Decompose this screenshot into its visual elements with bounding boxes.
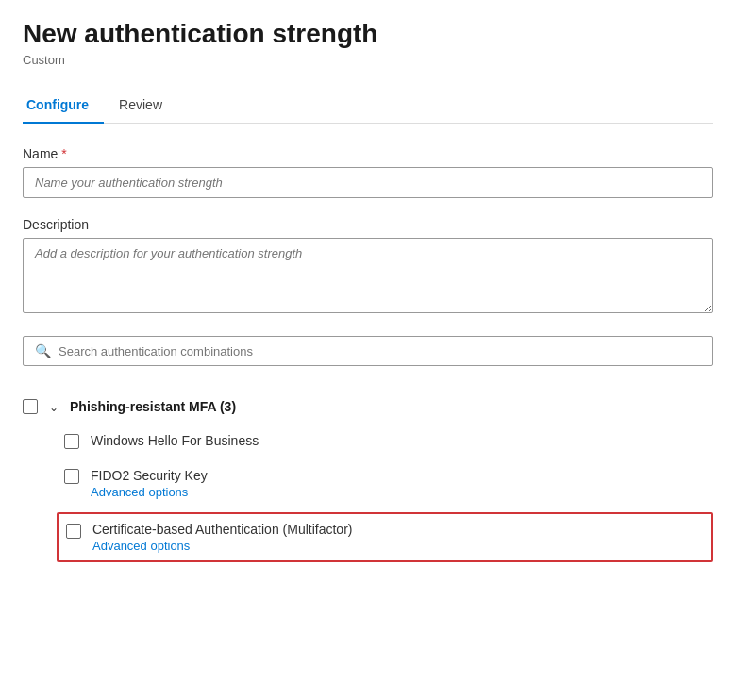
tab-review[interactable]: Review bbox=[115, 90, 177, 124]
tab-configure[interactable]: Configure bbox=[23, 90, 104, 124]
fido2-label: FIDO2 Security Key bbox=[91, 468, 208, 483]
description-label: Description bbox=[23, 217, 713, 232]
fido2-advanced-options-link[interactable]: Advanced options bbox=[91, 485, 208, 499]
cba-multi-checkbox[interactable] bbox=[66, 524, 81, 539]
cba-multi-content: Certificate-based Authentication (Multif… bbox=[92, 522, 352, 553]
cba-multi-item: Certificate-based Authentication (Multif… bbox=[57, 512, 713, 562]
page-subtitle: Custom bbox=[23, 53, 713, 67]
phishing-resistant-group-label: Phishing-resistant MFA (3) bbox=[70, 399, 236, 414]
required-indicator: * bbox=[61, 146, 66, 161]
search-container: 🔍 bbox=[23, 336, 713, 366]
description-field-group: Description bbox=[23, 217, 713, 317]
cba-multi-item-row: Certificate-based Authentication (Multif… bbox=[64, 508, 713, 562]
cba-multi-label: Certificate-based Authentication (Multif… bbox=[92, 522, 352, 537]
fido2-checkbox[interactable] bbox=[64, 469, 79, 484]
search-icon: 🔍 bbox=[35, 343, 51, 358]
name-input[interactable] bbox=[23, 167, 713, 198]
phishing-resistant-checkbox[interactable] bbox=[23, 399, 38, 414]
name-field-group: Name * bbox=[23, 146, 713, 198]
combinations-list: ⌄ Phishing-resistant MFA (3) Windows Hel… bbox=[23, 389, 713, 562]
fido2-content: FIDO2 Security Key Advanced options bbox=[91, 468, 208, 499]
whfb-content: Windows Hello For Business bbox=[91, 433, 259, 448]
tab-bar: Configure Review bbox=[23, 90, 713, 124]
whfb-item: Windows Hello For Business bbox=[64, 424, 713, 458]
fido2-item-row: FIDO2 Security Key Advanced options bbox=[64, 458, 713, 508]
cba-multi-advanced-options-link[interactable]: Advanced options bbox=[92, 539, 352, 553]
whfb-checkbox[interactable] bbox=[64, 434, 79, 449]
name-label: Name * bbox=[23, 146, 713, 161]
description-input[interactable] bbox=[23, 238, 713, 313]
whfb-item-row: Windows Hello For Business bbox=[64, 424, 713, 458]
fido2-item: FIDO2 Security Key Advanced options bbox=[64, 458, 713, 508]
chevron-down-icon[interactable]: ⌄ bbox=[49, 401, 59, 414]
page-title: New authentication strength bbox=[23, 19, 713, 49]
phishing-resistant-group-header[interactable]: ⌄ Phishing-resistant MFA (3) bbox=[23, 389, 713, 424]
whfb-label: Windows Hello For Business bbox=[91, 433, 259, 448]
search-input[interactable] bbox=[59, 344, 701, 358]
